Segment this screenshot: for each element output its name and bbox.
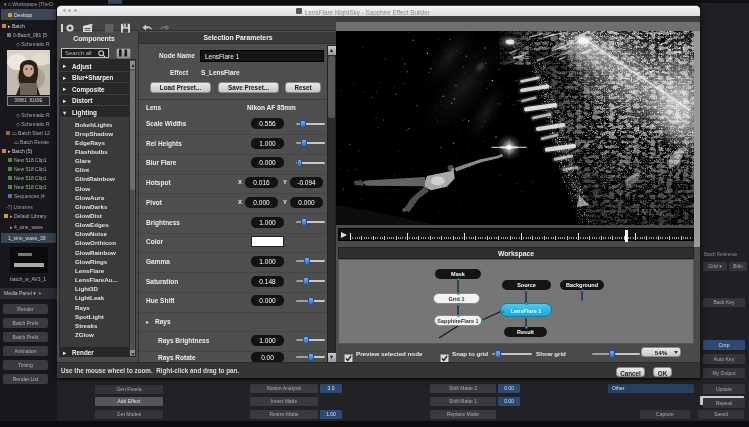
svg-text:LVLY: LVLY (637, 207, 661, 217)
